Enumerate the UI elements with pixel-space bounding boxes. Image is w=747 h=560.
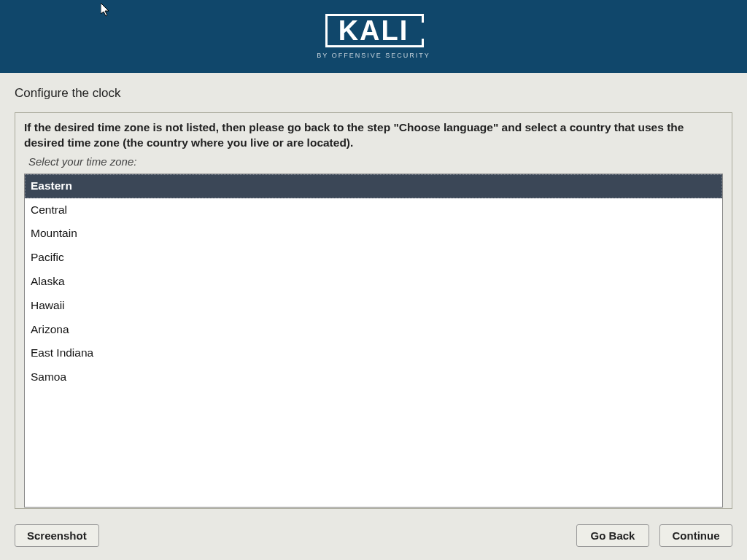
timezone-option[interactable]: Central <box>25 198 722 222</box>
header-banner: KALI BY OFFENSIVE SECURITY <box>0 0 747 73</box>
continue-button[interactable]: Continue <box>659 524 732 547</box>
info-text: If the desired time zone is not listed, … <box>24 120 723 151</box>
go-back-button[interactable]: Go Back <box>576 524 649 547</box>
timezone-option[interactable]: Pacific <box>25 246 722 270</box>
timezone-option[interactable]: Eastern <box>25 174 722 198</box>
timezone-option[interactable]: Alaska <box>25 270 722 294</box>
timezone-option[interactable]: Samoa <box>25 365 722 389</box>
timezone-option[interactable]: Mountain <box>25 222 722 246</box>
timezone-option[interactable]: Arizona <box>25 318 722 342</box>
timezone-option[interactable]: Hawaii <box>25 294 722 318</box>
timezone-option[interactable]: East Indiana <box>25 341 722 365</box>
logo-subtitle: BY OFFENSIVE SECURITY <box>317 52 430 59</box>
main-panel: If the desired time zone is not listed, … <box>15 112 732 509</box>
screenshot-button[interactable]: Screenshot <box>15 524 99 547</box>
timezone-listbox[interactable]: EasternCentralMountainPacificAlaskaHawai… <box>24 174 723 508</box>
content-area: Configure the clock If the desired time … <box>0 73 747 509</box>
prompt-text: Select your time zone: <box>28 155 723 168</box>
section-title: Configure the clock <box>15 86 732 101</box>
mouse-cursor-icon <box>101 3 112 18</box>
kali-logo: KALI BY OFFENSIVE SECURITY <box>317 14 430 59</box>
footer-bar: Screenshot Go Back Continue <box>15 524 732 547</box>
